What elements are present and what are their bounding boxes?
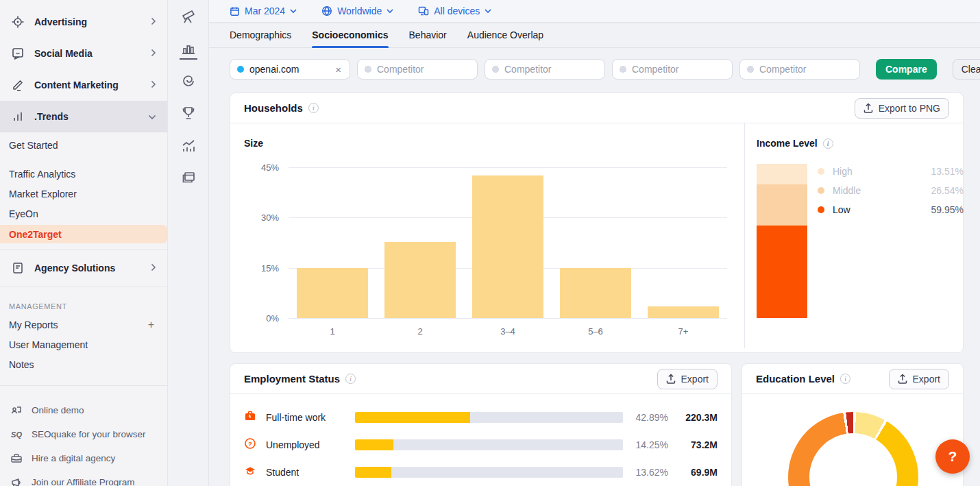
size-bar [472, 175, 543, 318]
sidebar-item-social-media[interactable]: Social Media [0, 38, 167, 69]
upload-icon [898, 374, 907, 384]
divider [0, 249, 167, 250]
employment-row: ? Unemployed 14.25% 73.2M [244, 431, 718, 459]
employment-row: Student 13.62% 69.9M [244, 459, 718, 486]
education-level-card: Education Level i Export [742, 363, 964, 486]
tab-socioeconomics[interactable]: Socioeconomics [312, 22, 388, 48]
households-header: Households i Export to PNG [230, 93, 963, 123]
sidebar-item-trends[interactable]: .Trends [0, 101, 167, 132]
panel-divider [744, 123, 745, 348]
legend-dot [818, 168, 824, 175]
document-icon [11, 261, 25, 275]
chat-bubble-icon [11, 47, 25, 60]
clear-button[interactable]: Clear [953, 59, 980, 80]
info-icon[interactable]: i [308, 103, 319, 113]
employment-bar-track [355, 467, 623, 478]
y-axis-tick: 30% [261, 212, 279, 223]
income-legend: High 13.51% 69.4M Middle 26.54% 136.3M L… [818, 162, 980, 219]
sidebar-item-content-marketing[interactable]: Content Marketing [0, 69, 167, 101]
sidebar-item-seoquake[interactable]: SQ SEOquake for your browser [0, 422, 167, 446]
filter-bar: Mar 2024 Worldwide All devices [209, 0, 980, 22]
trend-line-chart-icon[interactable] [168, 129, 209, 161]
app-window: Advertising Social Media Content Marketi… [0, 0, 980, 486]
trophy-icon[interactable] [168, 97, 209, 129]
competitor-input-3[interactable] [612, 59, 733, 80]
chevron-right-icon [151, 47, 156, 60]
megaphone-icon [10, 476, 23, 486]
briefcase-icon [244, 410, 260, 425]
divider [0, 385, 167, 386]
spiral-icon[interactable] [168, 64, 209, 97]
main-content: Mar 2024 Worldwide All devices Demograph… [209, 0, 980, 486]
employment-header: Employment Status i Export [230, 364, 731, 394]
employment-title: Employment Status [244, 373, 340, 385]
size-bar [560, 268, 631, 318]
devices-filter-dropdown[interactable]: All devices [418, 5, 491, 16]
location-filter-dropdown[interactable]: Worldwide [321, 5, 393, 16]
add-report-button[interactable]: + [148, 319, 158, 331]
size-bar [648, 306, 719, 318]
date-filter-dropdown[interactable]: Mar 2024 [230, 5, 297, 16]
income-legend-row: Low 59.95% 307.9M [818, 200, 980, 219]
bar-chart-icon [11, 110, 25, 123]
x-axis-label: 3–4 [500, 326, 515, 337]
tab-behavior[interactable]: Behavior [409, 22, 447, 48]
income-segment [757, 164, 807, 184]
employment-row: Full-time work 42.89% 220.3M [244, 404, 718, 431]
sidebar-item-my-reports[interactable]: My Reports + [0, 315, 167, 335]
sidebar-item-label: .Trends [34, 111, 148, 122]
sidebar-item-advertising[interactable]: Advertising [0, 6, 167, 38]
export-button[interactable]: Export [657, 369, 718, 389]
tab-demographics[interactable]: Demographics [230, 22, 291, 48]
sidebar-item-market-explorer[interactable]: Market Explorer [0, 184, 167, 204]
help-button[interactable]: ? [935, 439, 970, 474]
globe-icon [321, 5, 332, 16]
main-domain-chip[interactable]: openai.com × [230, 59, 350, 80]
upload-icon [666, 374, 676, 384]
sidebar-item-eyeon[interactable]: EyeOn [0, 204, 167, 223]
export-png-button[interactable]: Export to PNG [855, 98, 949, 119]
info-icon[interactable]: i [823, 138, 833, 149]
sidebar-item-one2target[interactable]: One2Target [0, 225, 167, 243]
export-button[interactable]: Export [889, 369, 949, 389]
main-domain-label: openai.com [249, 64, 328, 75]
upload-icon [863, 103, 873, 113]
chevron-down-icon [387, 9, 393, 14]
telescope-icon[interactable] [168, 0, 209, 32]
browser-windows-icon[interactable] [168, 161, 209, 193]
gridline [289, 167, 727, 168]
sidebar-item-label: Content Marketing [34, 80, 151, 90]
education-header: Education Level i Export [742, 364, 963, 394]
domain-color-dot [237, 66, 244, 73]
competitor-input-4[interactable] [739, 59, 860, 80]
sidebar-item-notes[interactable]: Notes [0, 354, 167, 374]
info-icon[interactable]: i [840, 374, 850, 384]
sidebar-item-hire-agency[interactable]: Hire a digital agency [0, 446, 167, 470]
sq-icon: SQ [10, 428, 23, 441]
legend-dot [818, 187, 824, 194]
info-icon[interactable]: i [345, 374, 356, 384]
divider [0, 287, 167, 287]
competitor-input-2[interactable] [485, 59, 605, 80]
sidebar-item-get-started[interactable]: Get Started [0, 132, 167, 158]
sidebar-item-user-management[interactable]: User Management [0, 335, 167, 354]
remove-domain-icon[interactable]: × [334, 64, 343, 75]
employment-bar-track [355, 412, 623, 423]
chevron-right-icon [151, 16, 156, 28]
sidebar-item-agency-solutions[interactable]: Agency Solutions [0, 255, 167, 281]
sidebar-item-label: Advertising [34, 16, 151, 27]
size-chart-plot: 45%30%15%0%123–45–67+ [289, 167, 727, 318]
rank-chart-icon[interactable] [168, 32, 209, 64]
competitor-input-1[interactable] [357, 59, 478, 80]
sidebar-item-traffic-analytics[interactable]: Traffic Analytics [0, 164, 167, 184]
devices-icon [418, 5, 429, 16]
compare-button[interactable]: Compare [876, 59, 937, 80]
sidebar-item-label: Agency Solutions [34, 263, 151, 274]
income-level-title: Income Level i [757, 138, 833, 149]
x-axis-label: 2 [417, 326, 422, 337]
sidebar-item-affiliate-program[interactable]: Join our Affiliate Program [0, 470, 167, 486]
briefcase-icon [10, 452, 23, 465]
tab-audience-overlap[interactable]: Audience Overlap [467, 22, 543, 48]
sidebar-item-online-demo[interactable]: Online demo [0, 398, 167, 422]
employment-bar-fill [355, 412, 470, 423]
